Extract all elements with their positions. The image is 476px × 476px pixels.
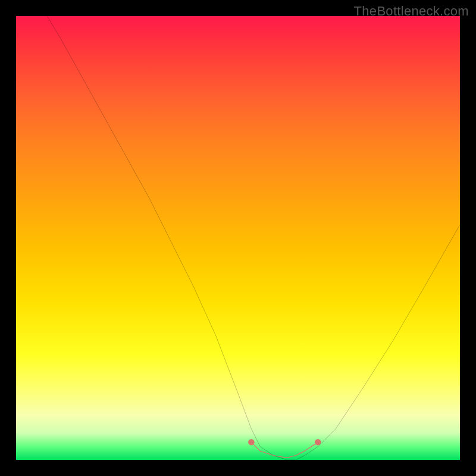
watermark-text: TheBottleneck.com	[354, 4, 469, 19]
bottom-band	[251, 442, 318, 458]
bottleneck-curve	[47, 16, 460, 460]
band-dot-left	[248, 439, 254, 445]
band-dot-right	[315, 439, 321, 445]
chart-svg	[16, 16, 460, 460]
chart-plot-area	[16, 16, 460, 460]
